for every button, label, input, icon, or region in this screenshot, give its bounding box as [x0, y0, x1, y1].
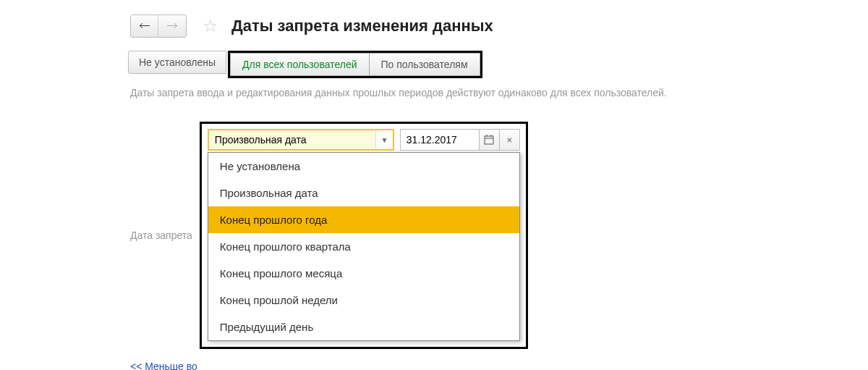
date-mode-combo[interactable]: ▼ — [208, 129, 394, 151]
clear-button[interactable]: × — [500, 129, 520, 151]
calendar-icon[interactable] — [480, 129, 500, 151]
dropdown-item[interactable]: Не установлена — [208, 153, 519, 180]
highlight-box: ▼ × Не установленаПроизвольная датаКонец… — [200, 122, 528, 349]
dropdown-item[interactable]: Предыдущий день — [208, 314, 519, 340]
dropdown-item[interactable]: Конец прошлого квартала — [208, 233, 519, 260]
field-row: Дата запрета ▼ × Не установленаПроизволь… — [130, 122, 868, 349]
segment-all-users[interactable]: Для всех пользователей — [230, 53, 368, 76]
segment-not-set[interactable]: Не установлены — [128, 51, 226, 74]
date-input[interactable] — [400, 129, 480, 151]
page-title: Даты запрета изменения данных — [231, 17, 493, 35]
segment-by-users[interactable]: По пользователям — [369, 53, 480, 76]
svg-rect-0 — [485, 136, 493, 144]
arrow-left-icon: 🡐 — [139, 20, 150, 33]
star-icon[interactable]: ☆ — [203, 16, 218, 36]
header-row: 🡐 🡒 ☆ Даты запрета изменения данных — [130, 14, 868, 38]
date-mode-input[interactable] — [209, 130, 375, 149]
arrow-right-icon: 🡒 — [166, 20, 178, 33]
date-group: × — [400, 129, 520, 151]
chevron-down-icon[interactable]: ▼ — [375, 130, 393, 149]
dropdown-item[interactable]: Конец прошлого года — [208, 206, 519, 233]
dropdown-panel: Не установленаПроизвольная датаКонец про… — [208, 152, 520, 341]
nav-forward-button[interactable]: 🡒 — [158, 15, 186, 37]
segmented-row: Не установлены Для всех пользователей По… — [130, 51, 868, 87]
nav-back-button[interactable]: 🡐 — [131, 15, 158, 37]
dropdown-item[interactable]: Конец прошлого месяца — [208, 260, 519, 287]
dropdown-item[interactable]: Конец прошлой недели — [208, 287, 519, 314]
less-options-link[interactable]: << Меньше во — [130, 361, 197, 370]
segmented-highlight-box: Для всех пользователей По пользователям — [228, 51, 482, 78]
dropdown-item[interactable]: Произвольная дата — [208, 180, 519, 206]
info-text: Даты запрета ввода и редактирования данн… — [130, 87, 868, 98]
nav-buttons: 🡐 🡒 — [130, 14, 187, 38]
field-label: Дата запрета — [130, 230, 192, 241]
